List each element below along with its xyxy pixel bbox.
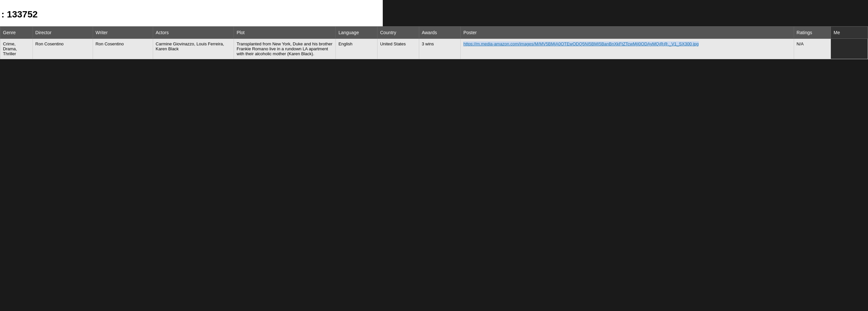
cell-country: United States [377,39,419,59]
cell-director: Ron Cosentino [33,39,93,59]
col-header-poster: Poster [461,27,794,39]
cell-language: English [336,39,377,59]
record-id: : 133752 [0,3,383,26]
cell-poster: https://m.media-amazon.com/images/M/MV5B… [461,39,794,59]
col-header-genre: Genre [0,27,33,39]
col-header-ratings: Ratings [794,27,831,39]
cell-awards: 3 wins [419,39,461,59]
cell-writer: Ron Cosentino [93,39,153,59]
col-header-language: Language [336,27,377,39]
col-header-plot: Plot [234,27,336,39]
data-table-container: Genre Director Writer Actors Plot Langua… [0,26,868,59]
table-header-row: Genre Director Writer Actors Plot Langua… [0,27,868,39]
cell-me [831,39,868,59]
col-header-director: Director [33,27,93,39]
id-value: : 133752 [1,9,38,20]
cell-ratings: N/A [794,39,831,59]
col-header-me: Me [831,27,868,39]
table-row: Crime, Drama, Thriller Ron Cosentino Ron… [0,39,868,59]
col-header-writer: Writer [93,27,153,39]
bottom-dark-bar [0,59,868,76]
col-header-actors: Actors [153,27,234,39]
cell-genre: Crime, Drama, Thriller [0,39,33,59]
poster-link[interactable]: https://m.media-amazon.com/images/M/MV5B… [463,41,699,46]
top-spacer [0,0,383,3]
col-header-awards: Awards [419,27,461,39]
data-table: Genre Director Writer Actors Plot Langua… [0,26,868,59]
cell-actors: Carmine Giovinazzo, Louis Ferreira, Kare… [153,39,234,59]
cell-plot: Transplanted from New York, Duke and his… [234,39,336,59]
col-header-country: Country [377,27,419,39]
